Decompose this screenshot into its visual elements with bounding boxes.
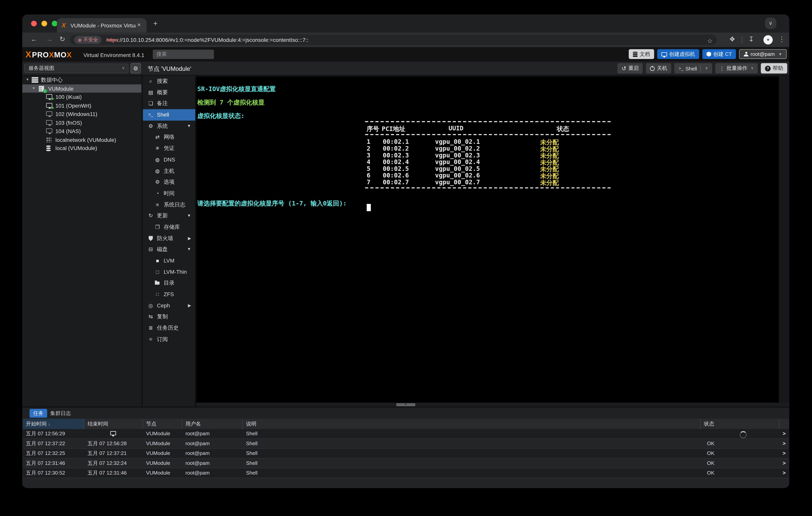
nav-item-system[interactable]: ⚙系统▼ (143, 120, 195, 132)
table-row[interactable]: 五月 07 12:37:22五月 07 12:56:28VUModuleroot… (23, 439, 789, 449)
tree-item-vm-100[interactable]: ▶100 (iKuai) (22, 93, 141, 101)
nav-item-task-history[interactable]: ≣任务历史 (143, 323, 195, 334)
nav-item-notes[interactable]: ❏备注 (143, 98, 195, 109)
directory-icon (155, 282, 160, 285)
task-description: Shell (243, 449, 701, 458)
pve-search-input[interactable]: 搜索 (153, 50, 214, 59)
tree-item-vm-103[interactable]: 103 (fnOS) (22, 118, 141, 127)
task-rows: 五月 07 12:56:29VUModuleroot@pamShell>五月 0… (23, 429, 789, 488)
tab-search-button[interactable]: ∨ (765, 18, 776, 29)
vgpu-pci: 00:02.5 (383, 165, 409, 172)
expand-chevron-icon[interactable]: > (780, 429, 789, 438)
nav-item-options[interactable]: ⚙选项 (143, 177, 195, 188)
restart-button[interactable]: ↺重启 (617, 63, 643, 73)
user-menu-button[interactable]: root@pam▼ (739, 49, 787, 59)
nav-item-directory[interactable]: 目录 (143, 278, 195, 289)
nav-item-summary[interactable]: ▤概要 (143, 87, 195, 98)
nav-item-repositories[interactable]: ❐存储库 (143, 221, 195, 233)
book-icon (633, 52, 638, 57)
nav-item-search[interactable]: ⌕搜索 (143, 75, 195, 87)
column-user[interactable]: 用户名 (182, 419, 243, 429)
documentation-button[interactable]: 文档 (629, 49, 654, 59)
nav-item-ceph[interactable]: ◎Ceph▶ (143, 300, 195, 311)
bulk-actions-button[interactable]: ⋮批量操作∨ (715, 63, 758, 73)
nav-item-syslog[interactable]: ≡系统日志 (143, 199, 195, 210)
nav-item-firewall[interactable]: 防火墙▶ (143, 233, 195, 244)
tree-settings-button[interactable]: ⚙ (130, 63, 141, 73)
nav-item-dns[interactable]: ◍DNS (143, 154, 195, 165)
view-selector-dropdown[interactable]: 服务器视图∨ (24, 64, 128, 73)
table-row[interactable]: 五月 07 12:32:25五月 07 12:37:21VUModuleroot… (23, 449, 789, 459)
tree-item-label: VUModule (48, 84, 74, 93)
nav-item-network[interactable]: ⇄网络 (143, 132, 195, 143)
tree-item-datacenter[interactable]: ▾数据中心 (22, 75, 141, 84)
security-chip[interactable]: ⊗ 不安全 (74, 36, 102, 44)
vgpu-pci: 00:02.3 (383, 152, 409, 159)
maximize-window-button[interactable] (52, 21, 57, 26)
options-icon: ⚙ (154, 177, 161, 188)
help-button[interactable]: ?帮助 (761, 63, 787, 73)
task-start-time: 五月 07 12:32:25 (23, 449, 84, 458)
create-ct-button[interactable]: 创建 CT (702, 49, 736, 59)
column-start-time[interactable]: 开始时间 ↓ (23, 419, 84, 429)
table-row[interactable]: 五月 07 12:31:46五月 07 12:32:24VUModuleroot… (23, 459, 789, 468)
browser-tab[interactable]: X VUModule - Proxmox Virtual E × (57, 18, 147, 32)
tree-item-vm-104[interactable]: 104 (NAS) (22, 127, 141, 135)
task-status: OK (701, 439, 779, 448)
tab-tasks[interactable]: 任务 (30, 409, 47, 418)
column-description[interactable]: 说明 (243, 419, 701, 429)
new-tab-button[interactable]: + (153, 19, 158, 27)
nav-item-hosts[interactable]: ◍主机 (143, 165, 195, 177)
tab-close-icon[interactable]: × (135, 21, 143, 29)
nav-item-updates[interactable]: ↻更新▼ (143, 210, 195, 222)
column-node[interactable]: 节点 (143, 419, 182, 429)
column-status[interactable]: 状态 (701, 419, 779, 429)
minimize-window-button[interactable] (41, 21, 47, 26)
bookmark-star-icon[interactable]: ☆ (707, 37, 713, 44)
tab-cluster-log[interactable]: 集群日志 (50, 409, 71, 418)
nav-item-shell[interactable]: >_Shell (143, 109, 195, 120)
nav-item-replication[interactable]: ⇆复制 (143, 311, 195, 323)
tree-item-storage-local[interactable]: local (VUModule) (22, 144, 141, 152)
tree-item-node-vumodule[interactable]: ▾VUModule (22, 84, 141, 93)
nav-item-zfs[interactable]: ∷ZFS (143, 289, 195, 300)
proxmox-x-icon: X (25, 50, 31, 60)
tree-item-vm-102[interactable]: 102 (Windows11) (22, 110, 141, 118)
nav-item-disks[interactable]: ⊟磁盘▼ (143, 244, 195, 255)
address-bar[interactable]: ⊗ 不安全 https://10.10.10.254:8006/#v1:0:=n… (70, 35, 717, 45)
nav-item-time[interactable]: ◔时间 (143, 188, 195, 199)
tree-item-vm-101[interactable]: ▶101 (OpenWrt) (22, 101, 141, 110)
shell-terminal[interactable]: SR-IOV虚拟化核显直通配置 检测到 7 个虚拟化核显 虚拟化核显状态: 序号… (196, 77, 779, 403)
expand-chevron-icon[interactable]: > (780, 439, 789, 448)
back-icon[interactable]: ← (31, 35, 37, 43)
create-vm-button[interactable]: 创建虚拟机 (657, 49, 699, 59)
firewall-icon (149, 236, 153, 241)
chevron-expand-icon[interactable]: ▾ (33, 84, 35, 93)
shell-button[interactable]: >_Shell∨ (675, 63, 712, 73)
nav-item-lvm-thin[interactable]: □LVM-Thin (143, 266, 195, 278)
vgpu-pci: 00:02.6 (383, 172, 409, 179)
expand-chevron-icon[interactable]: > (780, 459, 789, 468)
close-window-button[interactable] (31, 21, 37, 26)
nav-item-lvm[interactable]: ■LVM (143, 255, 195, 266)
reload-icon[interactable]: ↻ (60, 35, 65, 43)
column-end-time[interactable]: 结束时间 (84, 419, 143, 429)
forward-icon[interactable]: → (46, 35, 53, 43)
extensions-icon[interactable]: ❖ (729, 35, 735, 43)
profile-avatar[interactable]: ✦ (763, 35, 773, 44)
expand-chevron-icon[interactable]: > (780, 449, 789, 458)
download-icon[interactable]: ↧ (748, 35, 754, 43)
table-row[interactable]: 五月 07 12:30:52五月 07 12:31:46VUModuleroot… (23, 468, 789, 478)
nav-item-certificates[interactable]: ✳凭证 (143, 143, 195, 154)
nav-item-subscription[interactable]: ⍟订阅 (143, 334, 195, 345)
tree-item-sdn-localnetwork[interactable]: localnetwork (VUModule) (22, 135, 141, 144)
table-row[interactable]: 五月 07 12:56:29VUModuleroot@pamShell> (23, 429, 789, 439)
nav-item-label: 更新 (157, 210, 168, 222)
pve-header-buttons: 文档 创建虚拟机 创建 CT root@pam▼ (629, 49, 787, 59)
shutdown-button[interactable]: 关机 (646, 63, 671, 73)
chevron-expand-icon[interactable]: ▾ (26, 75, 29, 84)
expand-chevron-icon[interactable]: > (780, 468, 789, 478)
panel-resize-handle[interactable]: ▼ (396, 403, 415, 406)
url-text: https://10.10.10.254:8006/#v1:0:=node%2F… (107, 37, 309, 43)
browser-menu-icon[interactable]: ⋮ (778, 35, 785, 43)
